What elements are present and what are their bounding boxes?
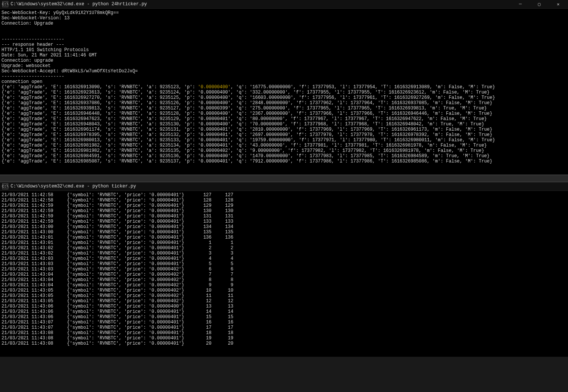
bottom-window-title: C:\Windows\system32\cmd.exe - python tic… [11, 184, 136, 189]
cmd-icon: C:\ [2, 183, 8, 189]
cmd-icon: C:\ [2, 1, 8, 7]
bottom-titlebar[interactable]: C:\ C:\Windows\system32\cmd.exe - python… [0, 182, 568, 191]
maximize-button[interactable]: ▢ [532, 0, 547, 8]
bottom-terminal-window: C:\ C:\Windows\system32\cmd.exe - python… [0, 182, 568, 357]
top-window-title: C:\Windows\system32\cmd.exe - python 24h… [11, 2, 147, 7]
minimize-button[interactable]: — [513, 0, 528, 8]
top-terminal-output[interactable]: Sec-WebSocket-Key: yGyQxLdk9iX2Y1U78mkQR… [0, 9, 568, 175]
top-titlebar[interactable]: C:\ C:\Windows\system32\cmd.exe - python… [0, 0, 568, 9]
bottom-terminal-output[interactable]: 21/03/2021 11:42:58 {'symbol': 'RVNBTC',… [0, 191, 568, 357]
window-divider[interactable] [0, 175, 568, 182]
desktop-gap [0, 357, 568, 392]
close-button[interactable]: ✕ [551, 0, 566, 8]
top-terminal-window: C:\ C:\Windows\system32\cmd.exe - python… [0, 0, 568, 182]
window-buttons: — ▢ ✕ [513, 0, 566, 8]
